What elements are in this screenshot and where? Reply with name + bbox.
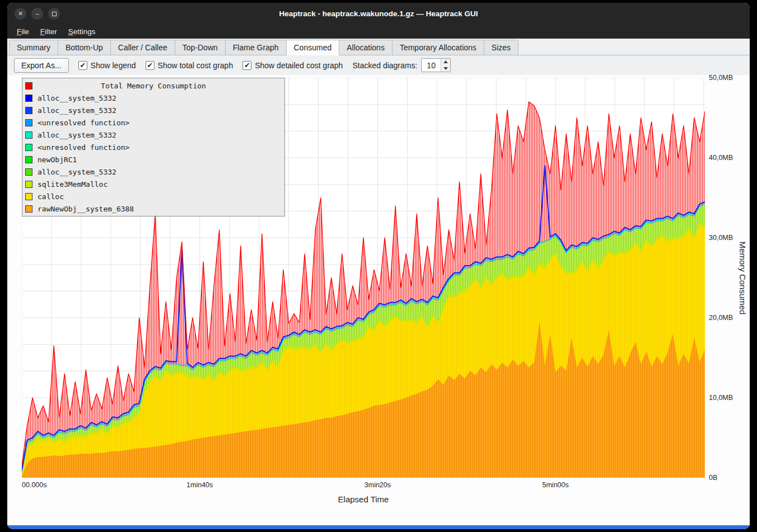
menu-bar: FileFilterSettings (7, 25, 750, 39)
x-tick-label: 3min20s (365, 481, 391, 489)
legend-label: rawNewObj__system_6388 (38, 205, 134, 213)
legend-label: alloc__system_5332 (38, 131, 116, 139)
x-tick-label: 00.000s (22, 481, 46, 489)
legend-swatch (25, 119, 32, 126)
minimize-button[interactable]: – (31, 8, 43, 20)
titlebar[interactable]: ✕ – Heaptrack - heaptrack.wakunode.1.gz … (7, 3, 750, 25)
legend-label: sqlite3MemMalloc (38, 180, 108, 189)
tab-sizes[interactable]: Sizes (484, 40, 518, 55)
stacked-diagrams-value: 10 (422, 59, 441, 72)
checkbox-show-total-cost-graph[interactable]: Show total cost graph (146, 61, 233, 70)
app-window: ✕ – Heaptrack - heaptrack.wakunode.1.gz … (7, 3, 750, 529)
tab-bar: SummaryBottom-UpCaller / CalleeTop-DownF… (7, 39, 750, 55)
legend-label: newObjRC1 (38, 156, 77, 164)
legend-label: <unresolved function> (38, 119, 129, 127)
legend-label: alloc__system_5332 (38, 106, 116, 115)
chevron-up-icon (443, 60, 448, 63)
legend-swatch (25, 144, 32, 151)
legend-label: alloc__system_5332 (38, 168, 116, 176)
checkbox-label: Show detailed cost graph (255, 61, 343, 70)
chevron-down-icon (443, 67, 448, 70)
stacked-diagrams-label: Stacked diagrams: (352, 61, 417, 70)
y-tick-label: 20,0MB (709, 313, 733, 322)
tab-temporary-allocations[interactable]: Temporary Allocations (392, 40, 484, 55)
tab-allocations[interactable]: Allocations (339, 40, 392, 55)
x-axis-title: Elapsed Time (338, 495, 389, 504)
bottom-accent-bar (7, 525, 750, 529)
desktop: { "window": { "title": "Heaptrack - heap… (0, 0, 757, 532)
legend-swatch (25, 131, 32, 139)
toolbar: Export As... Show legendShow total cost … (7, 55, 750, 75)
window-title: Heaptrack - heaptrack.wakunode.1.gz — He… (7, 10, 750, 18)
menu-file[interactable]: File (12, 26, 34, 37)
tab-top-down[interactable]: Top-Down (175, 40, 226, 55)
window-controls: ✕ – (15, 8, 60, 20)
spinbox-arrows (441, 59, 450, 72)
checkbox-show-detailed-cost-graph[interactable]: Show detailed cost graph (242, 61, 343, 70)
legend-item: rawNewObj__system_6388 (22, 203, 284, 215)
menu-filter[interactable]: Filter (35, 26, 62, 37)
legend-item: <unresolved function> (22, 141, 284, 153)
legend-swatch (25, 181, 32, 188)
export-as-button[interactable]: Export As... (14, 58, 69, 73)
y-tick-label: 50,0MB (709, 73, 733, 82)
y-axis-title: Memory Consumed (738, 241, 747, 314)
checkbox-icon (146, 61, 155, 70)
legend-label: Total Memory Consumption (22, 82, 284, 90)
legend-item: newObjRC1 (22, 153, 284, 166)
legend-item: alloc__system_5332 (22, 129, 284, 141)
legend-title-row: Total Memory Consumption (22, 79, 284, 92)
tab-flame-graph[interactable]: Flame Graph (226, 40, 287, 55)
chart-legend: Total Memory Consumptionalloc__system_53… (22, 78, 285, 216)
legend-item: sqlite3MemMalloc (22, 178, 284, 190)
tab-summary[interactable]: Summary (9, 40, 58, 55)
y-tick-label: 40,0MB (709, 153, 733, 162)
legend-item: <unresolved function> (22, 116, 284, 129)
checkbox-label: Show legend (91, 61, 136, 70)
legend-item: alloc__system_5332 (22, 166, 284, 178)
legend-item: alloc__system_5332 (22, 104, 284, 116)
spinbox-down-button[interactable] (441, 65, 450, 72)
tab-caller-callee[interactable]: Caller / Callee (111, 40, 175, 55)
close-button[interactable]: ✕ (15, 8, 26, 20)
tab-consumed[interactable]: Consumed (287, 40, 340, 55)
x-tick-label: 5min00s (543, 481, 569, 489)
chart-area: Total Memory Consumptionalloc__system_53… (7, 75, 750, 525)
menu-settings[interactable]: Settings (63, 26, 101, 37)
legend-swatch (25, 193, 32, 200)
legend-item: alloc__system_5332 (22, 92, 284, 104)
legend-label: alloc__system_5332 (38, 94, 116, 102)
maximize-button[interactable] (48, 8, 60, 20)
tab-bottom-up[interactable]: Bottom-Up (58, 40, 111, 55)
legend-item: calloc (22, 190, 284, 203)
legend-label: calloc (38, 192, 64, 201)
checkbox-icon (242, 61, 251, 70)
legend-swatch (25, 156, 32, 163)
legend-swatch (25, 205, 32, 213)
checkbox-label: Show total cost graph (158, 61, 233, 70)
stacked-diagrams-spinbox[interactable]: 10 (421, 58, 451, 72)
checkbox-icon (78, 61, 87, 70)
spinbox-up-button[interactable] (441, 59, 450, 65)
x-tick-label: 1min40s (186, 481, 213, 489)
y-tick-label: 0B (709, 473, 717, 482)
legend-swatch (25, 168, 32, 176)
checkbox-show-legend[interactable]: Show legend (78, 61, 136, 70)
legend-swatch (25, 95, 32, 102)
legend-swatch (25, 107, 32, 114)
y-tick-label: 10,0MB (709, 393, 733, 402)
maximize-icon (52, 12, 57, 16)
main-content: SummaryBottom-UpCaller / CalleeTop-DownF… (7, 39, 750, 525)
legend-label: <unresolved function> (38, 143, 129, 152)
y-tick-label: 30,0MB (709, 233, 733, 242)
